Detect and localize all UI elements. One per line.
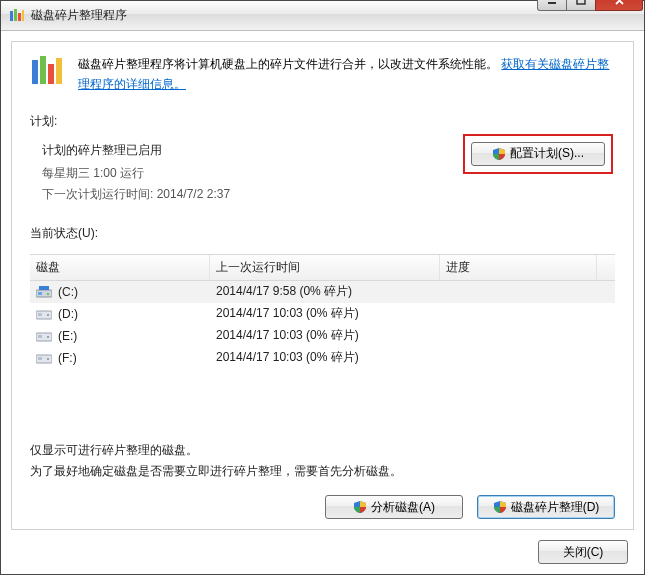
analyze-button-label: 分析磁盘(A) <box>371 499 435 516</box>
disk-name: (C:) <box>58 285 78 299</box>
action-row: 分析磁盘(A) 磁盘碎片整理(D) <box>30 495 615 519</box>
svg-rect-7 <box>40 56 46 84</box>
window-buttons <box>538 0 643 11</box>
svg-rect-9 <box>56 58 62 84</box>
hint-line-2: 为了最好地确定磁盘是否需要立即进行碎片整理，需要首先分析磁盘。 <box>30 461 615 481</box>
svg-rect-4 <box>548 2 556 4</box>
svg-rect-22 <box>47 358 49 360</box>
disk-last-run: 2014/4/17 10:03 (0% 碎片) <box>210 327 440 344</box>
table-row[interactable]: (E:)2014/4/17 10:03 (0% 碎片) <box>30 325 615 347</box>
col-pad <box>597 255 615 280</box>
hint-line-1: 仅显示可进行碎片整理的磁盘。 <box>30 440 615 460</box>
defrag-button-label: 磁盘碎片整理(D) <box>511 499 600 516</box>
drive-icon <box>36 308 52 320</box>
svg-rect-16 <box>47 314 49 316</box>
schedule-section-label: 计划: <box>30 113 615 130</box>
svg-rect-12 <box>47 293 49 295</box>
disk-last-run: 2014/4/17 10:03 (0% 碎片) <box>210 349 440 366</box>
svg-rect-1 <box>14 9 17 21</box>
svg-rect-8 <box>48 64 54 84</box>
schedule-box: 计划的碎片整理已启用 每星期三 1:00 运行 下一次计划运行时间: 2014/… <box>30 138 615 215</box>
svg-rect-0 <box>10 11 13 21</box>
window-title: 磁盘碎片整理程序 <box>31 7 538 24</box>
close-dialog-button[interactable]: 关闭(C) <box>538 540 628 564</box>
svg-rect-21 <box>38 357 42 360</box>
table-row[interactable]: (C:)2014/4/17 9:58 (0% 碎片) <box>30 281 615 303</box>
svg-rect-3 <box>22 10 24 21</box>
main-panel: 磁盘碎片整理程序将计算机硬盘上的碎片文件进行合并，以改进文件系统性能。 获取有关… <box>11 41 634 530</box>
svg-rect-6 <box>32 60 38 84</box>
shield-icon <box>492 147 506 161</box>
analyze-button[interactable]: 分析磁盘(A) <box>325 495 463 519</box>
defrag-button[interactable]: 磁盘碎片整理(D) <box>477 495 615 519</box>
shield-icon <box>353 500 367 514</box>
svg-rect-19 <box>47 336 49 338</box>
app-icon <box>9 8 25 24</box>
table-body: (C:)2014/4/17 9:58 (0% 碎片)(D:)2014/4/17 … <box>30 281 615 369</box>
disk-name: (F:) <box>58 351 77 365</box>
footer-row: 关闭(C) <box>11 530 634 564</box>
titlebar[interactable]: 磁盘碎片整理程序 <box>1 1 644 31</box>
minimize-button[interactable] <box>537 0 567 11</box>
svg-rect-5 <box>577 0 585 4</box>
intro-text-main: 磁盘碎片整理程序将计算机硬盘上的碎片文件进行合并，以改进文件系统性能。 <box>78 57 498 71</box>
intro-row: 磁盘碎片整理程序将计算机硬盘上的碎片文件进行合并，以改进文件系统性能。 获取有关… <box>30 54 615 95</box>
disk-table: 磁盘 上一次运行时间 进度 (C:)2014/4/17 9:58 (0% 碎片)… <box>30 254 615 432</box>
config-button-highlight: 配置计划(S)... <box>463 134 613 174</box>
svg-rect-15 <box>38 313 42 316</box>
close-button[interactable] <box>595 0 643 11</box>
intro-text: 磁盘碎片整理程序将计算机硬盘上的碎片文件进行合并，以改进文件系统性能。 获取有关… <box>78 54 615 95</box>
configure-schedule-button[interactable]: 配置计划(S)... <box>471 142 605 166</box>
defrag-large-icon <box>30 54 66 90</box>
svg-rect-13 <box>39 286 49 290</box>
window-root: 磁盘碎片整理程序 <box>0 0 645 575</box>
hints: 仅显示可进行碎片整理的磁盘。 为了最好地确定磁盘是否需要立即进行碎片整理，需要首… <box>30 440 615 481</box>
drive-icon <box>36 352 52 364</box>
shield-icon <box>493 500 507 514</box>
col-progress-header[interactable]: 进度 <box>440 255 597 280</box>
table-header: 磁盘 上一次运行时间 进度 <box>30 255 615 281</box>
client-area: 磁盘碎片整理程序将计算机硬盘上的碎片文件进行合并，以改进文件系统性能。 获取有关… <box>1 31 644 574</box>
status-label: 当前状态(U): <box>30 225 615 242</box>
disk-last-run: 2014/4/17 10:03 (0% 碎片) <box>210 305 440 322</box>
svg-rect-2 <box>18 13 21 21</box>
col-disk-header[interactable]: 磁盘 <box>30 255 210 280</box>
col-last-header[interactable]: 上一次运行时间 <box>210 255 440 280</box>
disk-name: (D:) <box>58 307 78 321</box>
disk-name: (E:) <box>58 329 77 343</box>
disk-last-run: 2014/4/17 9:58 (0% 碎片) <box>210 283 440 300</box>
maximize-button[interactable] <box>566 0 596 11</box>
close-dialog-label: 关闭(C) <box>563 544 604 561</box>
table-row[interactable]: (D:)2014/4/17 10:03 (0% 碎片) <box>30 303 615 325</box>
drive-icon <box>36 330 52 342</box>
svg-rect-11 <box>38 292 42 295</box>
svg-rect-18 <box>38 335 42 338</box>
configure-schedule-label: 配置计划(S)... <box>510 145 584 162</box>
table-row[interactable]: (F:)2014/4/17 10:03 (0% 碎片) <box>30 347 615 369</box>
schedule-next-line: 下一次计划运行时间: 2014/7/2 2:37 <box>42 186 611 203</box>
drive-icon <box>36 286 52 298</box>
